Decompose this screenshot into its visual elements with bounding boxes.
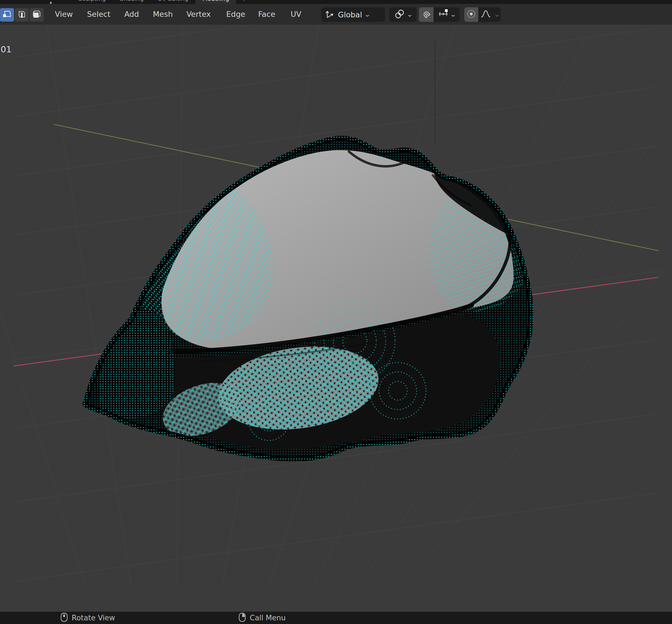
snap-with-dropdown[interactable]: ⌄ — [433, 7, 460, 22]
chevron-down-icon: ⌄ — [450, 11, 456, 18]
mesh-object — [78, 130, 554, 469]
menu-add[interactable]: Add — [124, 4, 139, 25]
vertex-select-icon — [2, 9, 12, 21]
face-select-icon — [32, 9, 42, 21]
mouse-middle-icon — [60, 613, 68, 623]
snap-increment-icon — [438, 8, 449, 21]
pivot-point-dropdown[interactable]: ⌄ — [389, 7, 416, 22]
workspace-tabs: Sculpting Shading UV Editing Modeling + — [72, 0, 251, 4]
viewport-3d[interactable] — [0, 25, 672, 612]
viewport-header: View Select Add Mesh Vertex Edge Face UV… — [0, 4, 672, 25]
proportional-falloff-button[interactable] — [478, 7, 493, 22]
edge-select-icon — [17, 9, 27, 21]
menu-uv[interactable]: UV — [291, 4, 301, 25]
transform-orientation-value: Global — [338, 10, 362, 19]
object-name-overlay: 01 — [1, 44, 11, 54]
transform-orientation-dropdown[interactable]: Global ⌄ — [321, 7, 385, 22]
workspace-tab-bar: Sculpting Shading UV Editing Modeling + — [0, 0, 672, 4]
workspace-tab[interactable]: + — [236, 0, 251, 4]
menu-vertex[interactable]: Vertex — [187, 4, 211, 25]
proportional-editing-group: ⌄ — [464, 7, 501, 22]
face-select-mode-button[interactable] — [30, 8, 44, 22]
status-call-menu: Call Menu — [239, 612, 286, 624]
snap-toggle-button[interactable] — [419, 7, 433, 22]
cropped-tab-text-fragment — [50, 2, 52, 4]
chevron-down-icon: ⌄ — [494, 11, 500, 18]
menu-face[interactable]: Face — [258, 4, 275, 25]
falloff-dropdown[interactable]: ⌄ — [493, 7, 501, 22]
menu-edge[interactable]: Edge — [226, 4, 245, 25]
menu-select[interactable]: Select — [87, 4, 110, 25]
status-bar: Rotate View Call Menu — [0, 612, 672, 624]
workspace-tab[interactable]: Shading — [113, 0, 151, 4]
vertex-select-mode-button[interactable] — [0, 8, 14, 22]
edge-select-mode-button[interactable] — [15, 8, 29, 22]
proportional-editing-icon — [466, 9, 477, 21]
workspace-tab[interactable]: Modeling — [195, 0, 236, 4]
menu-mesh[interactable]: Mesh — [153, 4, 173, 25]
blender-window: Sculpting Shading UV Editing Modeling + — [0, 0, 672, 624]
falloff-curve-icon — [480, 8, 491, 21]
proportional-editing-toggle[interactable] — [464, 7, 478, 22]
chevron-down-icon: ⌄ — [406, 11, 413, 18]
chevron-down-icon: ⌄ — [364, 11, 371, 18]
workspace-tab[interactable]: Sculpting — [72, 0, 113, 4]
transform-orientation-axes-icon — [324, 8, 336, 21]
pivot-point-icon — [394, 8, 405, 21]
workspace-tab[interactable]: UV Editing — [151, 0, 195, 4]
status-rotate-view: Rotate View — [60, 612, 115, 624]
mouse-right-icon — [239, 613, 246, 623]
magnet-icon — [421, 9, 431, 21]
menu-view[interactable]: View — [55, 4, 73, 25]
snapping-group: ⌄ — [419, 7, 460, 22]
viewport-canvas — [0, 25, 672, 612]
